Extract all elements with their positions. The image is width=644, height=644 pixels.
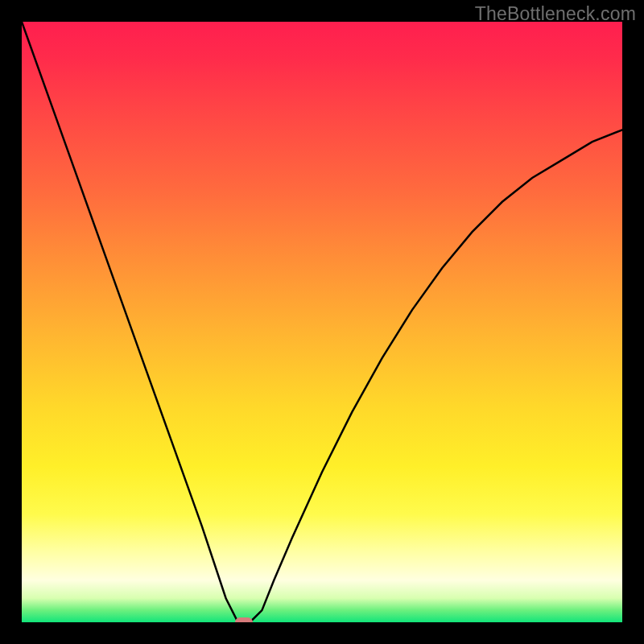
watermark-text: TheBottleneck.com — [475, 3, 636, 25]
plot-area — [22, 22, 622, 622]
bottleneck-curve — [22, 22, 622, 622]
chart-frame: TheBottleneck.com — [0, 0, 644, 644]
optimum-marker — [235, 617, 253, 622]
